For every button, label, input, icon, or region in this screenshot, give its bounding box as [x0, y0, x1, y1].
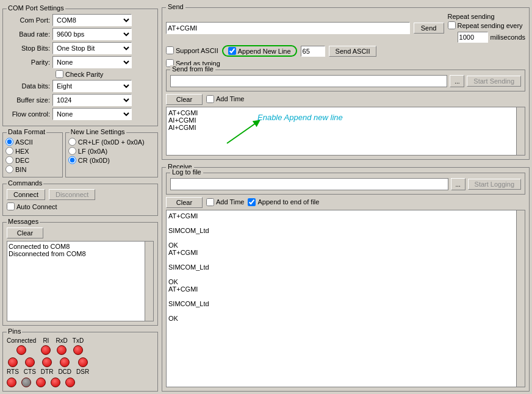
append-newline-checkbox[interactable]: [228, 47, 236, 55]
receive-add-time-checkbox[interactable]: [206, 198, 214, 206]
nl-crlf-label: CR+LF (0x0D + 0x0A): [78, 138, 145, 146]
baud-rate-select[interactable]: 9600 bps: [52, 28, 132, 40]
auto-connect-checkbox[interactable]: [7, 202, 15, 210]
nl-lf-label: LF (0x0A): [78, 148, 107, 155]
df-bin-row[interactable]: BIN: [5, 165, 60, 173]
pin-txd-led: [73, 345, 83, 355]
pin-row3-4: [51, 378, 60, 387]
start-logging-button[interactable]: Start Logging: [468, 179, 521, 190]
send-ascii-button[interactable]: Send ASCII: [329, 46, 377, 57]
support-ascii-row[interactable]: Support ASCII: [166, 46, 218, 54]
send-button[interactable]: Send: [414, 23, 444, 34]
df-hex-label: HEX: [15, 148, 29, 155]
log-file-input[interactable]: [170, 178, 448, 190]
pin-rts-label: RTS: [7, 368, 19, 375]
append-newline-label: Append New Line: [238, 48, 291, 55]
repeat-every-checkbox[interactable]: [448, 21, 456, 29]
send-add-time-label: Add Time: [216, 95, 244, 102]
df-hex-radio[interactable]: [5, 147, 13, 155]
nl-cr-radio[interactable]: [68, 156, 76, 164]
send-text-area[interactable]: AT+CGMI AI+CGMI AI+CGMI: [167, 107, 516, 155]
disconnect-button[interactable]: Disconnect: [49, 189, 95, 200]
messages-clear-button[interactable]: Clear: [7, 227, 43, 238]
data-bits-select[interactable]: Eight: [52, 80, 132, 92]
stop-bits-select[interactable]: One Stop Bit: [52, 42, 132, 54]
pin-ri-label: RI: [43, 337, 49, 344]
connect-button[interactable]: Connect: [7, 189, 45, 200]
nl-lf-row[interactable]: LF (0x0A): [68, 147, 155, 155]
repeat-sending-title: Repeat sending: [448, 13, 495, 20]
send-command-input[interactable]: [166, 22, 410, 34]
pin-rxd: RxD: [56, 337, 67, 355]
df-dec-radio[interactable]: [5, 156, 13, 164]
append-to-file-row[interactable]: Append to end of file: [248, 198, 319, 206]
auto-connect-row[interactable]: Auto Connect: [7, 202, 154, 210]
send-title: Send: [166, 3, 185, 10]
receive-add-time-label: Add Time: [216, 198, 244, 206]
support-ascii-checkbox[interactable]: [166, 46, 174, 54]
log-file-browse-button[interactable]: ...: [451, 178, 466, 190]
flow-control-label: Flow control:: [7, 110, 52, 118]
df-hex-row[interactable]: HEX: [5, 147, 60, 155]
newline-title: New Line Settings: [70, 128, 126, 135]
nl-cr-row[interactable]: CR (0x0D): [68, 156, 155, 164]
append-newline-circled: Append New Line: [222, 45, 297, 57]
df-dec-label: DEC: [15, 157, 29, 164]
pin-row3-2: [21, 378, 31, 387]
pin-txd: TxD: [73, 337, 84, 355]
df-ascii-row[interactable]: ASCII: [5, 138, 60, 146]
nl-lf-radio[interactable]: [68, 147, 76, 155]
ascii-value-input[interactable]: [301, 46, 325, 57]
send-file-browse-button[interactable]: ...: [450, 75, 464, 87]
commands-title: Commands: [7, 179, 43, 187]
messages-title: Messages: [7, 218, 40, 225]
send-clear-button[interactable]: Clear: [166, 94, 203, 105]
repeat-value-input[interactable]: [458, 32, 488, 43]
stop-bits-label: Stop Bits:: [7, 45, 52, 52]
check-parity-row[interactable]: Check Parity: [56, 70, 154, 78]
milliseconds-label: miliseconds: [491, 34, 525, 41]
pin-rxd-label: RxD: [56, 337, 67, 344]
df-bin-label: BIN: [15, 166, 26, 173]
buffer-size-select[interactable]: 1024: [52, 94, 132, 106]
pin-ri-led: [41, 345, 51, 355]
com-port-label: Com Port:: [7, 16, 52, 24]
df-ascii-label: ASCII: [15, 138, 33, 146]
start-sending-button[interactable]: Start Sending: [467, 76, 521, 87]
pin-rxd-led: [57, 345, 66, 355]
receive-clear-button[interactable]: Clear: [166, 197, 203, 208]
append-to-file-label: Append to end of file: [257, 198, 319, 206]
flow-control-select[interactable]: None: [52, 108, 132, 120]
df-ascii-radio[interactable]: [5, 138, 13, 146]
df-bin-radio[interactable]: [5, 165, 13, 173]
messages-content: Connected to COM8 Disconnected from COM8: [7, 242, 145, 321]
nl-cr-label: CR (0x0D): [78, 157, 110, 164]
buffer-size-label: Buffer size:: [7, 96, 52, 104]
send-from-file-title: Send from file: [170, 65, 215, 73]
check-parity-checkbox[interactable]: [56, 70, 63, 78]
receive-add-time-row[interactable]: Add Time: [206, 198, 244, 206]
pin-connected-label: Connected: [7, 337, 36, 344]
repeat-every-row[interactable]: Repeat sending every: [448, 21, 523, 29]
parity-select[interactable]: None: [52, 56, 132, 68]
check-parity-label: Check Parity: [65, 71, 103, 78]
nl-crlf-row[interactable]: CR+LF (0x0D + 0x0A): [68, 138, 155, 146]
parity-label: Parity:: [7, 59, 52, 66]
pin-dsr-label: DSR: [76, 368, 89, 375]
pin-cts: CTS: [24, 357, 36, 375]
pin-dtr-led: [42, 357, 52, 367]
nl-crlf-radio[interactable]: [68, 138, 76, 146]
send-add-time-checkbox[interactable]: [206, 95, 214, 103]
com-port-select[interactable]: COM8: [52, 14, 132, 26]
send-file-input[interactable]: [170, 75, 447, 87]
pin-dtr: DTR: [41, 357, 54, 375]
df-dec-row[interactable]: DEC: [5, 156, 60, 164]
send-as-typing-row[interactable]: Send as typing: [166, 59, 525, 67]
receive-text-area[interactable]: AT+CGMI SIMCOM_Ltd OK AT+CGMI SIMCOM_Ltd…: [167, 210, 516, 387]
pin-txd-label: TxD: [73, 337, 84, 344]
append-to-file-checkbox[interactable]: [248, 198, 256, 206]
pin-connected-led: [16, 345, 26, 355]
pin-row3-3: [36, 378, 46, 387]
send-add-time-row[interactable]: Add Time: [206, 95, 244, 103]
pin-row3-5: [65, 378, 75, 387]
